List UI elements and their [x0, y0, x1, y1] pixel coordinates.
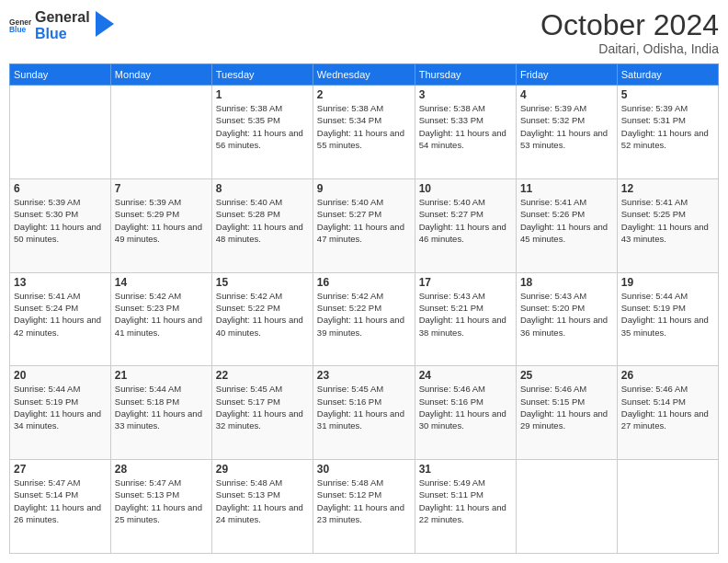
calendar-cell: 13Sunrise: 5:41 AMSunset: 5:24 PMDayligh… — [10, 272, 111, 366]
daylight-text: Daylight: 11 hours and 56 minutes. — [216, 127, 309, 152]
sunset-text: Sunset: 5:16 PM — [419, 396, 512, 408]
day-info: Sunrise: 5:42 AMSunset: 5:23 PMDaylight:… — [115, 290, 208, 339]
sunset-text: Sunset: 5:30 PM — [14, 208, 107, 220]
calendar-week-row: 6Sunrise: 5:39 AMSunset: 5:30 PMDaylight… — [10, 178, 719, 272]
daylight-text: Daylight: 11 hours and 54 minutes. — [419, 127, 512, 152]
day-number: 26 — [621, 369, 714, 382]
day-number: 19 — [621, 276, 714, 289]
calendar-cell: 3Sunrise: 5:38 AMSunset: 5:33 PMDaylight… — [415, 86, 516, 179]
sunrise-text: Sunrise: 5:47 AM — [115, 477, 208, 488]
day-number: 17 — [419, 276, 512, 289]
calendar-cell: 2Sunrise: 5:38 AMSunset: 5:34 PMDaylight… — [313, 86, 415, 179]
day-info: Sunrise: 5:40 AMSunset: 5:28 PMDaylight:… — [216, 196, 309, 245]
weekday-header-friday: Friday — [516, 64, 617, 86]
calendar-cell: 25Sunrise: 5:46 AMSunset: 5:15 PMDayligh… — [516, 366, 617, 460]
day-info: Sunrise: 5:46 AMSunset: 5:16 PMDaylight:… — [419, 383, 512, 431]
calendar-cell: 10Sunrise: 5:40 AMSunset: 5:27 PMDayligh… — [415, 178, 516, 272]
daylight-text: Daylight: 11 hours and 23 minutes. — [317, 501, 411, 526]
day-number: 16 — [317, 276, 411, 289]
day-info: Sunrise: 5:38 AMSunset: 5:33 PMDaylight:… — [419, 102, 512, 151]
calendar-cell: 12Sunrise: 5:41 AMSunset: 5:25 PMDayligh… — [617, 178, 718, 272]
daylight-text: Daylight: 11 hours and 43 minutes. — [621, 221, 714, 246]
day-number: 18 — [520, 276, 613, 289]
day-info: Sunrise: 5:48 AMSunset: 5:12 PMDaylight:… — [317, 477, 411, 525]
calendar-cell: 11Sunrise: 5:41 AMSunset: 5:26 PMDayligh… — [516, 178, 617, 272]
daylight-text: Daylight: 11 hours and 55 minutes. — [317, 127, 411, 152]
sunset-text: Sunset: 5:24 PM — [14, 302, 107, 314]
calendar-cell: 29Sunrise: 5:48 AMSunset: 5:13 PMDayligh… — [211, 460, 313, 554]
day-number: 10 — [419, 182, 512, 195]
calendar-cell: 21Sunrise: 5:44 AMSunset: 5:18 PMDayligh… — [110, 366, 211, 460]
sunrise-text: Sunrise: 5:44 AM — [115, 383, 208, 395]
calendar-cell: 27Sunrise: 5:47 AMSunset: 5:14 PMDayligh… — [10, 460, 111, 554]
calendar-week-row: 27Sunrise: 5:47 AMSunset: 5:14 PMDayligh… — [10, 460, 719, 554]
calendar-cell: 8Sunrise: 5:40 AMSunset: 5:28 PMDaylight… — [211, 178, 313, 272]
sunrise-text: Sunrise: 5:46 AM — [621, 383, 714, 395]
header: General Blue General Blue October 2024 D… — [9, 9, 719, 56]
sunset-text: Sunset: 5:19 PM — [621, 302, 714, 314]
day-number: 29 — [216, 463, 309, 476]
logo-blue: Blue — [35, 26, 90, 42]
day-info: Sunrise: 5:39 AMSunset: 5:30 PMDaylight:… — [14, 196, 107, 245]
daylight-text: Daylight: 11 hours and 46 minutes. — [419, 221, 512, 246]
day-number: 30 — [317, 463, 411, 476]
daylight-text: Daylight: 11 hours and 27 minutes. — [621, 408, 714, 432]
day-number: 7 — [115, 182, 208, 195]
day-number: 9 — [317, 182, 411, 195]
day-number: 24 — [419, 369, 512, 382]
day-info: Sunrise: 5:40 AMSunset: 5:27 PMDaylight:… — [419, 196, 512, 245]
daylight-text: Daylight: 11 hours and 29 minutes. — [520, 408, 613, 432]
sunset-text: Sunset: 5:14 PM — [14, 488, 107, 500]
calendar-cell — [110, 86, 211, 179]
sunrise-text: Sunrise: 5:39 AM — [621, 102, 714, 114]
page: General Blue General Blue October 2024 D… — [0, 0, 728, 563]
sunrise-text: Sunrise: 5:43 AM — [419, 290, 512, 302]
day-number: 3 — [419, 88, 512, 101]
sunset-text: Sunset: 5:13 PM — [216, 488, 309, 500]
day-number: 2 — [317, 88, 411, 101]
calendar-week-row: 20Sunrise: 5:44 AMSunset: 5:19 PMDayligh… — [10, 366, 719, 460]
sunrise-text: Sunrise: 5:42 AM — [115, 290, 208, 302]
daylight-text: Daylight: 11 hours and 40 minutes. — [216, 314, 309, 339]
weekday-header-monday: Monday — [110, 64, 211, 86]
calendar-cell: 14Sunrise: 5:42 AMSunset: 5:23 PMDayligh… — [110, 272, 211, 366]
daylight-text: Daylight: 11 hours and 26 minutes. — [14, 501, 107, 526]
sunset-text: Sunset: 5:35 PM — [216, 114, 309, 126]
calendar-cell: 15Sunrise: 5:42 AMSunset: 5:22 PMDayligh… — [211, 272, 313, 366]
weekday-header-wednesday: Wednesday — [313, 64, 415, 86]
sunset-text: Sunset: 5:21 PM — [419, 302, 512, 314]
day-info: Sunrise: 5:46 AMSunset: 5:14 PMDaylight:… — [621, 383, 714, 431]
daylight-text: Daylight: 11 hours and 36 minutes. — [520, 314, 613, 339]
day-number: 8 — [216, 182, 309, 195]
day-number: 22 — [216, 369, 309, 382]
day-number: 21 — [115, 369, 208, 382]
day-number: 4 — [520, 88, 613, 101]
calendar-cell: 1Sunrise: 5:38 AMSunset: 5:35 PMDaylight… — [211, 86, 313, 179]
svg-marker-3 — [96, 11, 114, 37]
sunrise-text: Sunrise: 5:42 AM — [317, 290, 411, 302]
sunset-text: Sunset: 5:23 PM — [115, 302, 208, 314]
logo-icon: General Blue — [9, 15, 31, 37]
calendar-cell: 7Sunrise: 5:39 AMSunset: 5:29 PMDaylight… — [110, 178, 211, 272]
sunset-text: Sunset: 5:16 PM — [317, 396, 411, 408]
sunrise-text: Sunrise: 5:41 AM — [14, 290, 107, 302]
day-number: 28 — [115, 463, 208, 476]
sunset-text: Sunset: 5:15 PM — [520, 396, 613, 408]
day-number: 13 — [14, 276, 107, 289]
calendar-cell: 26Sunrise: 5:46 AMSunset: 5:14 PMDayligh… — [617, 366, 718, 460]
sunset-text: Sunset: 5:27 PM — [419, 208, 512, 220]
day-info: Sunrise: 5:39 AMSunset: 5:31 PMDaylight:… — [621, 102, 714, 151]
weekday-header-thursday: Thursday — [415, 64, 516, 86]
sunrise-text: Sunrise: 5:46 AM — [419, 383, 512, 395]
day-info: Sunrise: 5:42 AMSunset: 5:22 PMDaylight:… — [216, 290, 309, 339]
day-info: Sunrise: 5:47 AMSunset: 5:13 PMDaylight:… — [115, 477, 208, 525]
sunrise-text: Sunrise: 5:40 AM — [216, 196, 309, 208]
sunset-text: Sunset: 5:11 PM — [419, 488, 512, 500]
logo: General Blue General Blue — [9, 9, 114, 41]
day-info: Sunrise: 5:38 AMSunset: 5:35 PMDaylight:… — [216, 102, 309, 151]
daylight-text: Daylight: 11 hours and 47 minutes. — [317, 221, 411, 246]
sunrise-text: Sunrise: 5:41 AM — [520, 196, 613, 208]
calendar-cell: 18Sunrise: 5:43 AMSunset: 5:20 PMDayligh… — [516, 272, 617, 366]
day-info: Sunrise: 5:41 AMSunset: 5:25 PMDaylight:… — [621, 196, 714, 245]
calendar-cell: 6Sunrise: 5:39 AMSunset: 5:30 PMDaylight… — [10, 178, 111, 272]
